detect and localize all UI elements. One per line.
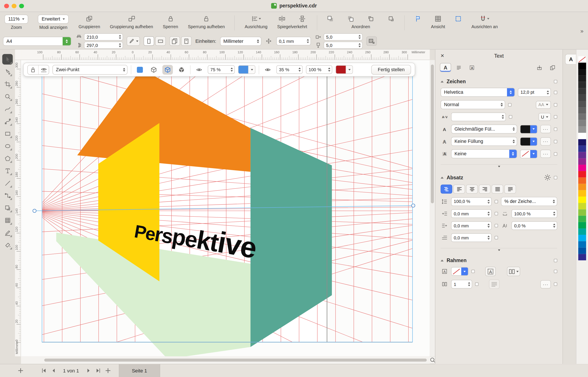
show-grid-button[interactable] (38, 65, 49, 74)
fill-tool[interactable] (2, 240, 13, 250)
color-swatch[interactable] (578, 120, 586, 127)
order-to-back-icon[interactable] (347, 15, 354, 22)
color-swatch[interactable] (578, 209, 586, 216)
rahmen-option-checkbox[interactable] (554, 259, 557, 262)
font-size-field[interactable]: 12,0 pt (518, 88, 551, 97)
crop-tool[interactable] (2, 79, 13, 89)
snap-magnet-icon[interactable] (480, 15, 490, 22)
zeichen-option-checkbox[interactable] (554, 80, 557, 83)
connector-tool[interactable] (2, 190, 13, 201)
columns-checkbox[interactable] (475, 283, 478, 286)
page-tab[interactable]: Seite 1 (119, 364, 160, 377)
vertical-scrollbar[interactable] (430, 60, 435, 356)
color-swatch[interactable] (578, 247, 586, 254)
mesh-fill-tool[interactable] (2, 215, 13, 225)
stepper[interactable] (545, 88, 551, 96)
caps-select[interactable]: AA (536, 101, 551, 108)
background-type-select[interactable]: Keine (451, 149, 517, 158)
mirror-horizontal-icon[interactable] (279, 15, 285, 22)
mirror-vertical-icon[interactable] (299, 15, 306, 22)
color-dropdown-button[interactable] (461, 268, 468, 275)
add-page-button[interactable] (16, 366, 25, 375)
color-swatch[interactable] (578, 216, 586, 222)
fill-type-select[interactable]: Gleichmäßige Fül... (451, 125, 517, 133)
color-swatch[interactable] (578, 158, 586, 165)
align-left-button[interactable] (453, 185, 465, 194)
shadow-tool[interactable] (2, 202, 13, 213)
import-properties-button[interactable] (534, 63, 545, 72)
vertical-scrollbar-thumb[interactable] (431, 64, 434, 203)
drawing-canvas[interactable]: Perspektive Zwei-Punkt 75 % (21, 60, 430, 356)
stepper[interactable] (552, 210, 557, 218)
grid-line-color-select[interactable] (238, 65, 255, 74)
drawing-scale-button[interactable] (127, 36, 140, 46)
frame-more-button[interactable]: ··· (540, 280, 551, 288)
stepper[interactable] (486, 234, 491, 242)
current-page-button[interactable] (181, 36, 192, 46)
color-swatch[interactable] (578, 114, 586, 120)
color-swatch[interactable] (578, 75, 586, 82)
color-swatch[interactable] (578, 197, 586, 203)
vertical-justify-button[interactable] (489, 279, 500, 289)
ungroup-icon[interactable] (128, 15, 135, 22)
bezier-tool[interactable] (2, 116, 13, 127)
close-window-button[interactable] (4, 3, 9, 8)
rectangle-tool[interactable] (2, 128, 13, 139)
background-color-select[interactable] (520, 149, 537, 158)
color-swatch[interactable] (578, 63, 586, 69)
perspective-type-select[interactable]: Zwei-Punkt (52, 65, 127, 74)
lock-perspective-button[interactable] (28, 65, 38, 74)
color-swatch[interactable] (578, 145, 586, 152)
frame-option-checkbox[interactable] (554, 270, 557, 273)
freehand-tool[interactable] (2, 104, 13, 114)
stepper[interactable] (229, 66, 234, 74)
minimize-window-button[interactable] (12, 3, 16, 8)
first-line-indent-field[interactable]: 0,0 mm (451, 233, 492, 242)
section-absatz-header[interactable]: Absatz (441, 174, 557, 181)
stepper[interactable] (486, 222, 491, 230)
background-dropdown-button[interactable] (509, 150, 517, 158)
columns-count-field[interactable]: 1 (451, 280, 472, 289)
stepper[interactable] (486, 198, 491, 205)
align-none-button[interactable] (441, 185, 452, 194)
frame-background-select[interactable] (451, 267, 468, 276)
zoom-select[interactable]: 111% (5, 15, 28, 24)
color-swatch[interactable] (578, 139, 586, 145)
indent-checkbox[interactable] (494, 236, 498, 239)
columns-settings-button[interactable] (507, 267, 520, 276)
color-swatch[interactable] (578, 190, 586, 197)
gear-icon[interactable] (544, 174, 551, 181)
unlock-icon[interactable] (203, 15, 210, 22)
stepper[interactable] (305, 37, 310, 45)
last-page-button[interactable] (93, 366, 103, 375)
color-dropdown-button[interactable] (530, 125, 537, 133)
color-swatch[interactable] (578, 177, 586, 184)
previous-page-button[interactable] (49, 366, 59, 375)
color-swatch[interactable] (578, 171, 586, 177)
stepper[interactable] (357, 42, 362, 48)
frame-color-checkbox[interactable] (471, 270, 475, 273)
finish-button[interactable]: Fertig stellen (371, 65, 411, 74)
align-justify-button[interactable] (492, 185, 503, 194)
page-height-field[interactable]: 297,0 (84, 42, 123, 49)
align-force-justify-button[interactable] (504, 185, 516, 194)
toolbar-overflow-button[interactable]: » (580, 28, 583, 33)
one-point-perspective-button[interactable] (149, 65, 159, 74)
stepper[interactable] (500, 113, 506, 121)
align-right-button[interactable] (479, 185, 490, 194)
zeichen-expander[interactable] (441, 164, 557, 167)
guidelines-icon[interactable] (455, 15, 462, 22)
font-family-select[interactable]: Helvetica (441, 88, 515, 97)
zoom-tool[interactable] (2, 91, 13, 102)
view-mode-select[interactable]: Erweitert (38, 15, 69, 24)
tab-character-properties[interactable]: A (440, 63, 451, 72)
stepper[interactable] (327, 66, 332, 74)
color-swatch[interactable] (578, 152, 586, 158)
color-swatch[interactable] (578, 94, 586, 101)
background-more-button[interactable]: ··· (540, 150, 551, 158)
page-sorter-icon[interactable] (414, 15, 421, 22)
tab-frame-properties[interactable]: A (466, 63, 478, 72)
color-swatch[interactable] (578, 133, 586, 139)
alignment-icon[interactable] (251, 15, 261, 22)
landscape-button[interactable] (155, 36, 166, 46)
